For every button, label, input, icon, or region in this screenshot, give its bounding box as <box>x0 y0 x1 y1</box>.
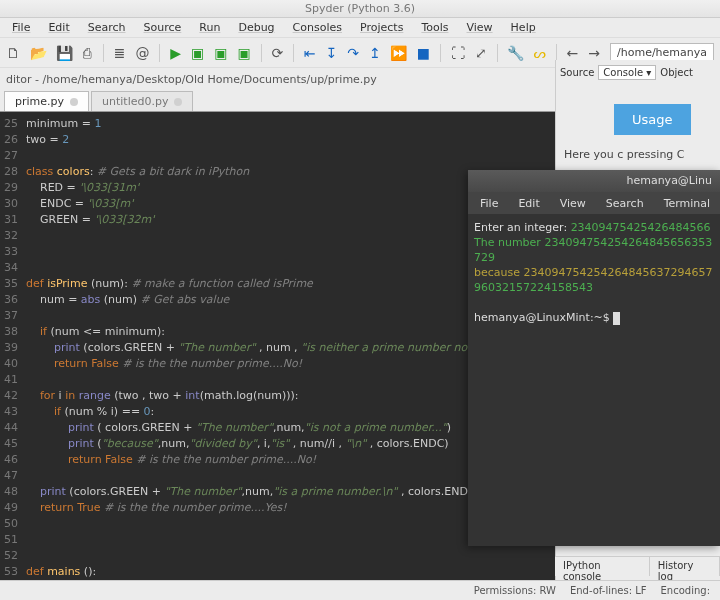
code-content[interactable]: minimum = 1 two = 2 class colors: # Gets… <box>26 116 498 580</box>
bottom-tabs: IPython console History log <box>555 556 720 576</box>
debug-stop-icon[interactable]: ■ <box>417 45 430 61</box>
main-menubar: File Edit Search Source Run Debug Consol… <box>0 18 720 38</box>
menu-edit[interactable]: Edit <box>40 19 77 36</box>
terminal-title: hemanya@Linu <box>468 170 720 192</box>
help-body: Here you c pressing C <box>556 135 720 174</box>
sep <box>261 44 262 62</box>
fullscreen-icon[interactable]: ⤢ <box>475 45 487 61</box>
menu-run[interactable]: Run <box>191 19 228 36</box>
tab-prime[interactable]: prime.py <box>4 91 89 111</box>
run-cell-icon[interactable]: ▣ <box>191 45 204 61</box>
term-menu-edit[interactable]: Edit <box>510 195 547 212</box>
menu-debug[interactable]: Debug <box>230 19 282 36</box>
close-icon[interactable] <box>70 98 78 106</box>
source-label: Source <box>560 67 594 78</box>
maximize-icon[interactable]: ⛶ <box>451 45 465 61</box>
new-file-icon[interactable]: 🗋 <box>6 45 20 61</box>
status-permissions: Permissions: RW <box>474 585 556 596</box>
usage-button[interactable]: Usage <box>614 104 691 135</box>
window-title: Spyder (Python 3.6) <box>0 0 720 18</box>
term-menu-search[interactable]: Search <box>598 195 652 212</box>
line-gutter: 25 26 27 28 29 30 31 32 33 34 35 36 37 3… <box>0 112 22 580</box>
terminal-window[interactable]: hemanya@Linu File Edit View Search Termi… <box>468 170 720 546</box>
list-icon[interactable]: ≣ <box>114 45 126 61</box>
menu-projects[interactable]: Projects <box>352 19 411 36</box>
close-icon[interactable] <box>174 98 182 106</box>
pythonpath-icon[interactable]: ᔕ <box>533 45 545 61</box>
run-cell-advance-icon[interactable]: ▣ <box>214 45 227 61</box>
menu-help[interactable]: Help <box>503 19 544 36</box>
open-file-icon[interactable]: 📂 <box>30 45 46 61</box>
debug-over-icon[interactable]: ↷ <box>347 45 359 61</box>
debug-out-icon[interactable]: ↥ <box>369 45 381 61</box>
menu-tools[interactable]: Tools <box>413 19 456 36</box>
source-select[interactable]: Console ▾ <box>598 65 656 80</box>
at-icon[interactable]: @ <box>135 45 149 61</box>
sep <box>440 44 441 62</box>
tab-ipython[interactable]: IPython console <box>555 557 650 576</box>
run-selection-icon[interactable]: ▣ <box>237 45 250 61</box>
status-eol: End-of-lines: LF <box>570 585 647 596</box>
status-encoding: Encoding: <box>661 585 710 596</box>
save-all-icon[interactable]: ⎙ <box>82 45 93 61</box>
forward-icon[interactable]: → <box>588 45 600 61</box>
sep <box>103 44 104 62</box>
sep <box>159 44 160 62</box>
menu-view[interactable]: View <box>458 19 500 36</box>
object-label: Object <box>660 67 693 78</box>
tab-history[interactable]: History log <box>650 557 720 576</box>
menu-file[interactable]: File <box>4 19 38 36</box>
back-icon[interactable]: ← <box>567 45 579 61</box>
refresh-icon[interactable]: ⟳ <box>271 45 283 61</box>
term-menu-view[interactable]: View <box>552 195 594 212</box>
save-icon[interactable]: 💾 <box>56 45 72 61</box>
tab-untitled[interactable]: untitled0.py <box>91 91 193 111</box>
term-menu-file[interactable]: File <box>472 195 506 212</box>
terminal-output[interactable]: Enter an integer: 23409475425426484566 T… <box>468 214 720 331</box>
menu-source[interactable]: Source <box>136 19 190 36</box>
cursor-icon <box>613 312 620 325</box>
debug-into-icon[interactable]: ↧ <box>326 45 338 61</box>
terminal-menubar: File Edit View Search Terminal Help <box>468 192 720 214</box>
run-icon[interactable]: ▶ <box>170 45 181 61</box>
statusbar: Permissions: RW End-of-lines: LF Encodin… <box>0 580 720 600</box>
help-source-row: Source Console ▾ Object <box>556 60 720 84</box>
preferences-icon[interactable]: 🔧 <box>507 45 523 61</box>
menu-search[interactable]: Search <box>80 19 134 36</box>
term-menu-terminal[interactable]: Terminal <box>656 195 719 212</box>
sep <box>293 44 294 62</box>
sep <box>556 44 557 62</box>
editor-path: ditor - /home/hemanya/Desktop/Old Home/D… <box>6 73 377 86</box>
sep <box>497 44 498 62</box>
menu-consoles[interactable]: Consoles <box>285 19 350 36</box>
debug-step-icon[interactable]: ⇤ <box>304 45 316 61</box>
debug-continue-icon[interactable]: ⏩ <box>391 45 407 61</box>
